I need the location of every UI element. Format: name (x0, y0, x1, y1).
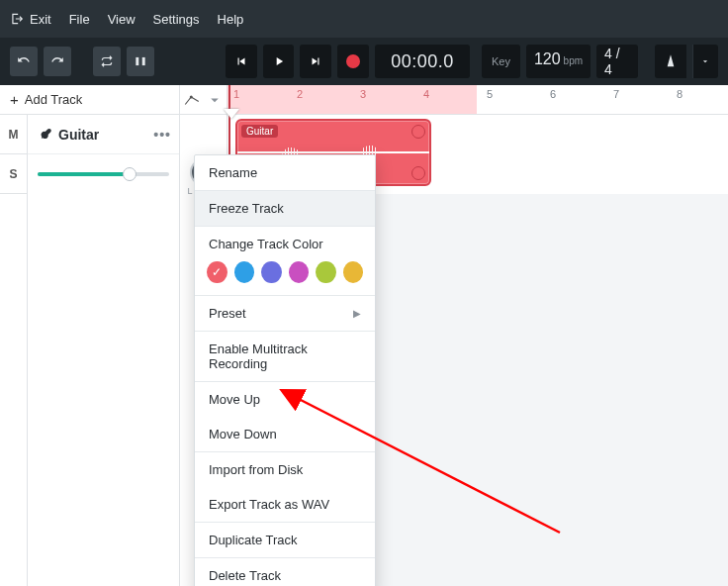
track-header-column-bg (28, 194, 180, 586)
svg-point-2 (190, 95, 193, 98)
automation-icon (183, 91, 201, 109)
ctx-change-color: Change Track Color (195, 227, 375, 253)
skip-start-icon (234, 54, 248, 68)
color-swatch-purple[interactable] (261, 261, 282, 283)
color-swatch-green[interactable] (316, 261, 336, 283)
ctx-move-up[interactable]: Move Up (195, 382, 375, 417)
chevron-down-icon (700, 56, 710, 66)
color-swatch-red[interactable] (207, 261, 228, 283)
ctx-rename-label: Rename (209, 165, 257, 180)
timecode-display[interactable]: 00:00.0 (375, 45, 470, 78)
menubar: Exit File View Settings Help (0, 0, 728, 38)
solo-button[interactable]: S (0, 154, 27, 194)
ruler-tick: 3 (360, 88, 366, 100)
clip-loop-icon[interactable] (411, 125, 425, 139)
toolbar: 00:00.0 Key 120 bpm 4 / 4 (0, 38, 728, 85)
tempo-value: 120 (534, 50, 561, 68)
svg-rect-1 (142, 57, 145, 65)
ctx-freeze-track[interactable]: Freeze Track (195, 191, 375, 226)
record-icon (346, 54, 360, 68)
exit-icon (10, 12, 24, 26)
record-button[interactable] (337, 45, 369, 78)
track-name-row[interactable]: Guitar ••• (28, 115, 179, 154)
loop-icon (100, 54, 114, 68)
ctx-move-down-label: Move Down (209, 427, 277, 441)
color-swatch-blue[interactable] (234, 261, 255, 283)
ctx-multitrack[interactable]: Enable Multitrack Recording (195, 332, 375, 381)
ruler-tick: 7 (613, 88, 619, 100)
ruler-row: + Add Track 1 2 3 4 5 6 7 8 (0, 85, 728, 115)
menu-view[interactable]: View (108, 12, 136, 27)
ruler-tick: 8 (677, 88, 682, 100)
ctx-delete-label: Delete Track (209, 568, 281, 583)
ctx-export-wav[interactable]: Export Track as WAV (195, 487, 375, 522)
mute-solo-column: M S (0, 115, 28, 194)
add-track-label: Add Track (25, 92, 83, 107)
menu-file[interactable]: File (69, 12, 90, 27)
add-track-button[interactable]: + Add Track (0, 85, 180, 114)
plus-icon: + (10, 91, 19, 108)
track-volume-row (28, 154, 179, 194)
color-swatch-yellow[interactable] (343, 261, 364, 283)
ruler-tick: 1 (233, 88, 239, 100)
menu-settings[interactable]: Settings (153, 12, 200, 27)
chevron-down-icon (206, 91, 224, 109)
exit-label: Exit (30, 12, 51, 27)
volume-fill (38, 172, 130, 176)
waveform (237, 151, 429, 153)
track-name-label: Guitar (58, 127, 99, 143)
ctx-move-down[interactable]: Move Down (195, 417, 375, 451)
clip-label: Guitar (241, 125, 278, 138)
ruler-tick: 6 (550, 88, 556, 100)
metronome-button[interactable] (655, 45, 686, 78)
ctx-preset[interactable]: Preset▶ (195, 296, 375, 331)
mute-solo-column-bg (0, 194, 28, 586)
snap-icon (134, 54, 147, 68)
key-display[interactable]: Key (482, 45, 520, 78)
color-swatch-magenta[interactable] (289, 261, 310, 283)
tempo-display[interactable]: 120 bpm (526, 45, 591, 78)
loop-region[interactable] (228, 85, 477, 114)
skip-end-button[interactable] (300, 45, 331, 78)
ctx-color-swatches (195, 253, 375, 295)
ctx-change-color-label: Change Track Color (209, 237, 323, 251)
volume-slider[interactable] (38, 172, 169, 176)
ctx-duplicate-label: Duplicate Track (209, 533, 298, 547)
skip-start-button[interactable] (226, 45, 257, 78)
ctx-export-label: Export Track as WAV (209, 497, 329, 512)
volume-knob[interactable] (123, 167, 136, 181)
undo-icon (17, 54, 31, 68)
loop-button[interactable] (93, 47, 121, 76)
tempo-unit: bpm (564, 55, 583, 66)
guitar-icon (38, 127, 52, 142)
arrange-tool-cell[interactable] (180, 85, 228, 114)
ruler-tick: 4 (423, 88, 429, 100)
ctx-delete[interactable]: Delete Track (195, 558, 375, 586)
ruler-tick: 2 (297, 88, 303, 100)
timeline-ruler[interactable]: 1 2 3 4 5 6 7 8 (228, 85, 728, 114)
ctx-preset-label: Preset (209, 306, 246, 321)
exit-button[interactable]: Exit (10, 12, 51, 27)
skip-end-icon (309, 54, 322, 68)
snap-button[interactable] (127, 47, 154, 76)
ctx-rename[interactable]: Rename (195, 155, 375, 190)
undo-button[interactable] (10, 47, 38, 76)
play-button[interactable] (263, 45, 295, 78)
mute-button[interactable]: M (0, 115, 27, 154)
ctx-move-up-label: Move Up (209, 392, 260, 407)
chevron-right-icon: ▶ (353, 308, 361, 319)
menu-help[interactable]: Help (218, 12, 244, 27)
ctx-duplicate[interactable]: Duplicate Track (195, 523, 375, 557)
svg-rect-0 (136, 57, 138, 65)
ctx-import-label: Import from Disk (209, 462, 303, 477)
ctx-import-disk[interactable]: Import from Disk (195, 452, 375, 487)
track-context-menu: Rename Freeze Track Change Track Color P… (194, 154, 376, 586)
redo-button[interactable] (44, 47, 71, 76)
track-header: Guitar ••• (28, 115, 180, 194)
metronome-icon (663, 53, 679, 69)
track-more-button[interactable]: ••• (153, 127, 171, 143)
clip-mute-icon[interactable] (411, 166, 425, 180)
ruler-tick: 5 (487, 88, 493, 100)
metronome-dropdown[interactable] (692, 45, 718, 78)
time-signature-display[interactable]: 4 / 4 (596, 45, 637, 78)
